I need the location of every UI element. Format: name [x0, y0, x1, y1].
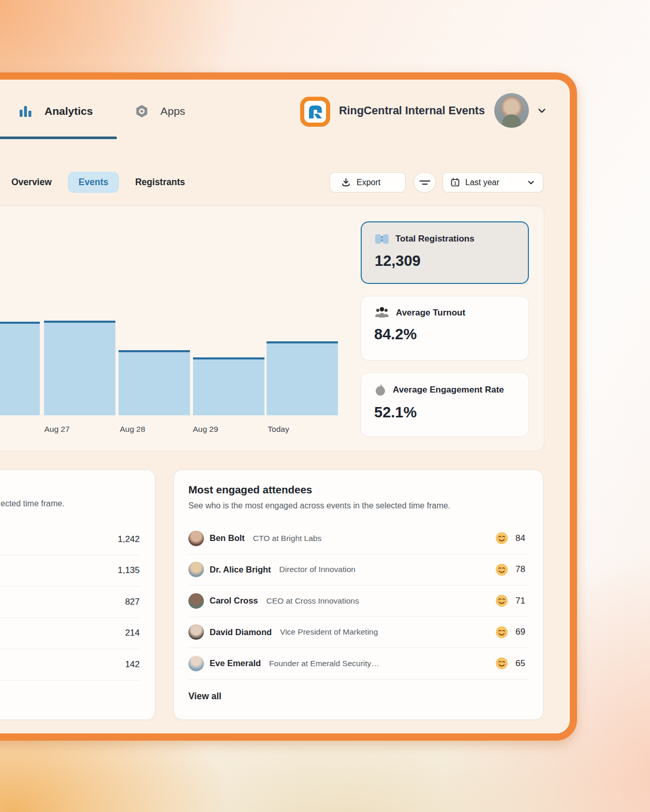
- engagement-score: 78: [513, 564, 525, 575]
- export-button[interactable]: Export: [330, 172, 406, 192]
- attendee-name: Ben Bolt: [210, 533, 245, 543]
- card-subtitle: See who is the most engaged across event…: [188, 501, 528, 510]
- smiley-face-icon: [495, 626, 508, 639]
- metric-value: 1,242: [117, 534, 140, 545]
- app-window: Analytics Apps RingCentral Internal Even…: [0, 72, 577, 741]
- attendee-avatar: [188, 531, 204, 546]
- attendee-row[interactable]: Ben Bolt CTO at Bright Labs 84: [188, 523, 528, 554]
- attendee-name: Dr. Alice Bright: [210, 565, 271, 575]
- stat-value: 12,309: [375, 252, 515, 269]
- attendee-list: Ben Bolt CTO at Bright Labs 84 Dr. Alice…: [188, 523, 528, 680]
- card-subtitle-fragment: ected time frame.: [1, 499, 65, 508]
- attendee-role: Director of Innovation: [279, 565, 356, 574]
- chart-bar[interactable]: [44, 321, 115, 415]
- attendee-row[interactable]: Dr. Alice Bright Director of Innovation …: [188, 554, 528, 586]
- metric-rows: 1,2421,135827214142: [0, 524, 140, 681]
- attendee-row[interactable]: Eve Emerald Founder at Emerald Security……: [188, 648, 528, 680]
- export-label: Export: [357, 178, 380, 187]
- attendee-role: Vice President of Marketing: [280, 627, 378, 637]
- smiley-face-icon: [495, 532, 508, 545]
- attendee-row[interactable]: Carol Cross CEO at Cross Innovations 71: [188, 585, 528, 617]
- engagement-score: 65: [513, 658, 525, 669]
- nav-label-analytics: Analytics: [45, 105, 93, 117]
- metric-row[interactable]: 1,135: [0, 555, 140, 587]
- stat-label: Average Engagement Rate: [393, 385, 504, 395]
- x-axis-label: Aug 27: [44, 425, 69, 434]
- attendee-role: CEO at Cross Innovations: [267, 596, 359, 606]
- chart-bar[interactable]: [267, 341, 338, 415]
- metric-value: 827: [125, 597, 140, 607]
- hexagon-nut-icon: [136, 104, 148, 118]
- active-nav-underline: [0, 137, 117, 139]
- x-axis-label: Aug 28: [120, 425, 145, 434]
- attendee-avatar: [188, 593, 204, 609]
- attendee-name: David Diamond: [210, 627, 272, 637]
- engagement-score: 69: [513, 627, 525, 637]
- nav-label-apps: Apps: [160, 105, 185, 117]
- chart-bar[interactable]: [193, 357, 264, 415]
- stat-card-total-registrations[interactable]: Total Registrations 12,309: [361, 221, 529, 284]
- attendee-role: Founder at Emerald Security…: [269, 659, 379, 668]
- date-range-select[interactable]: 1 Last year: [442, 172, 543, 192]
- metric-value: 1,135: [117, 565, 140, 576]
- engagement-score: 84: [513, 533, 525, 544]
- smiley-face-icon: [495, 563, 508, 576]
- x-axis-label: Today: [268, 425, 289, 434]
- nav-item-apps[interactable]: Apps: [136, 100, 185, 122]
- metric-row[interactable]: 142: [0, 649, 140, 681]
- metric-row[interactable]: 827: [0, 587, 140, 618]
- filter-lines-icon: [419, 177, 431, 188]
- user-avatar[interactable]: [494, 93, 529, 128]
- tab-registrants[interactable]: Registrants: [135, 177, 185, 188]
- chart-bar[interactable]: [0, 322, 40, 415]
- tab-overview[interactable]: Overview: [11, 177, 52, 188]
- stat-value: 52.1%: [374, 404, 515, 421]
- analytics-tabs: Overview Events Registrants: [11, 171, 185, 193]
- stat-value: 84.2%: [374, 326, 515, 343]
- engagement-score: 71: [513, 596, 525, 606]
- chevron-down-icon: [526, 178, 536, 187]
- bar-chart-icon: [20, 104, 32, 118]
- chart-bar[interactable]: [119, 350, 190, 415]
- calendar-icon: 1: [450, 177, 460, 187]
- attendee-name: Carol Cross: [210, 596, 258, 606]
- metric-row[interactable]: 214: [0, 618, 140, 650]
- attendee-row[interactable]: David Diamond Vice President of Marketin…: [188, 617, 528, 649]
- view-all-link[interactable]: View all: [188, 691, 221, 702]
- svg-text:1: 1: [454, 181, 456, 186]
- attendee-avatar: [188, 624, 204, 640]
- download-icon: [341, 177, 351, 187]
- nav-item-analytics[interactable]: Analytics: [20, 100, 93, 122]
- ringcentral-logo: [300, 97, 330, 127]
- stat-card-average-turnout[interactable]: Average Turnout 84.2%: [361, 296, 529, 360]
- stat-label: Total Registrations: [395, 234, 475, 244]
- date-range-label: Last year: [465, 178, 499, 187]
- attendee-role: CTO at Bright Labs: [253, 534, 321, 543]
- smiley-face-icon: [495, 594, 508, 607]
- metric-value: 142: [125, 659, 140, 670]
- org-title: RingCentral Internal Events: [339, 104, 485, 117]
- metric-row[interactable]: 1,242: [0, 524, 140, 555]
- attendee-avatar: [188, 656, 204, 671]
- filter-button[interactable]: [413, 172, 436, 192]
- most-engaged-attendees-card: Most engaged attendees See who is the mo…: [173, 470, 543, 720]
- tab-events[interactable]: Events: [68, 172, 119, 193]
- ticket-icon: [375, 233, 389, 245]
- attendee-name: Eve Emerald: [210, 658, 261, 668]
- card-title: Most engaged attendees: [188, 484, 528, 496]
- people-icon: [374, 307, 390, 319]
- attendee-avatar: [188, 562, 204, 577]
- stat-card-average-engagement-rate[interactable]: Average Engagement Rate 52.1%: [361, 372, 529, 437]
- stat-label: Average Turnout: [396, 308, 465, 318]
- x-axis-label: Aug 29: [193, 425, 218, 434]
- smiley-face-icon: [495, 657, 508, 670]
- chevron-down-icon[interactable]: [536, 105, 548, 116]
- flame-icon: [374, 383, 387, 397]
- popular-events-card: ected time frame. 1,2421,135827214142: [0, 470, 155, 720]
- metric-value: 214: [125, 628, 140, 638]
